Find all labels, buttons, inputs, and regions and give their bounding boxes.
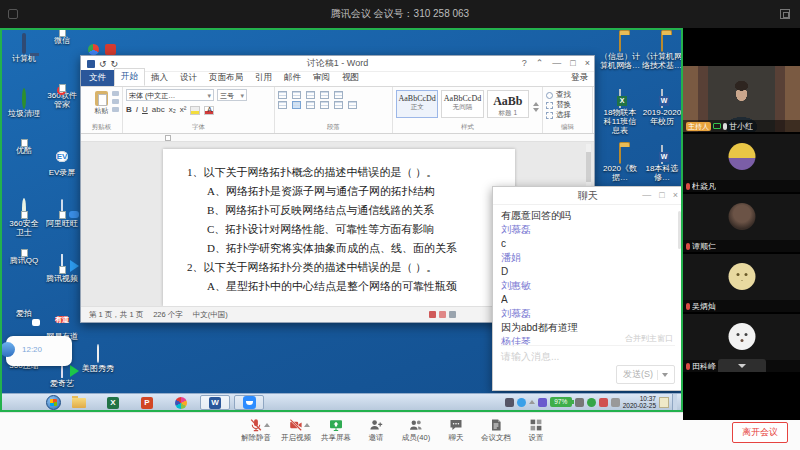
tab-review[interactable]: 审阅 bbox=[307, 70, 336, 86]
maximize-icon[interactable]: □ bbox=[570, 58, 575, 68]
qq-tray-icon[interactable] bbox=[517, 398, 526, 407]
subscript-button[interactable]: x₂ bbox=[169, 105, 176, 115]
chat-minimize-icon[interactable]: — bbox=[642, 190, 651, 200]
settings-button[interactable]: 设置 bbox=[518, 418, 554, 443]
taskbar-powerpoint[interactable]: P bbox=[132, 395, 162, 410]
tab-layout[interactable]: 页面布局 bbox=[203, 70, 249, 86]
close-icon[interactable]: × bbox=[585, 58, 590, 68]
sort-icon[interactable] bbox=[334, 91, 343, 99]
desktop-icon-youku[interactable]: 优酷 bbox=[6, 145, 42, 155]
chat-close-icon[interactable]: × bbox=[673, 190, 678, 200]
chat-button[interactable]: 聊天 bbox=[438, 418, 474, 443]
desktop-icon-wechat[interactable]: 微信 bbox=[44, 35, 80, 45]
align-center-icon[interactable] bbox=[292, 101, 301, 109]
desktop-folder-network-tech[interactable]: 《计算机网络技术基… bbox=[642, 34, 682, 70]
collapse-panel-button[interactable] bbox=[718, 359, 766, 372]
tab-selector[interactable] bbox=[165, 135, 171, 141]
indent-icon[interactable] bbox=[320, 91, 329, 99]
style-heading1[interactable]: AaBb 标题 1 bbox=[487, 90, 529, 118]
participant-tile[interactable]: 吴炳灿 bbox=[683, 254, 800, 312]
desktop-icon-ev[interactable]: EV EV录屏 bbox=[44, 145, 80, 177]
word-count[interactable]: 226 个字 bbox=[153, 310, 183, 320]
unmute-button[interactable]: 解除静音 bbox=[238, 418, 274, 443]
desktop-file-elective[interactable]: W 18本科选修… bbox=[642, 146, 682, 182]
taskbar-word[interactable]: W bbox=[200, 395, 230, 410]
copy-icon[interactable] bbox=[112, 99, 119, 104]
chrome-icon[interactable] bbox=[88, 44, 99, 55]
status-icon-red[interactable] bbox=[429, 311, 436, 318]
desktop-icon-meitu[interactable]: 美图秀秀 bbox=[80, 345, 116, 373]
desktop-folder-info-network[interactable]: （信息）计算机网络… bbox=[600, 34, 640, 70]
taskbar-clock[interactable]: 10:37 2020-02-25 bbox=[623, 395, 656, 410]
multilevel-list-icon[interactable] bbox=[306, 91, 315, 99]
battery-indicator[interactable]: 97% bbox=[550, 397, 572, 407]
cut-icon[interactable] bbox=[112, 91, 119, 96]
network-icon[interactable] bbox=[611, 398, 620, 407]
tab-insert[interactable]: 插入 bbox=[145, 70, 174, 86]
align-left-icon[interactable] bbox=[278, 101, 287, 109]
chat-input[interactable]: 请输入消息... bbox=[501, 345, 675, 364]
strikethrough-button[interactable]: abc bbox=[152, 105, 165, 115]
superscript-button[interactable]: x² bbox=[180, 105, 187, 115]
paste-button[interactable] bbox=[95, 91, 108, 106]
chat-maximize-icon[interactable]: □ bbox=[659, 190, 664, 200]
desktop-icon-aipai[interactable]: 爱拍 bbox=[6, 308, 42, 318]
document-page[interactable]: 1、以下关于网络拓扑概念的描述中错误的是（ ）。 A、网络拓扑是资源子网与通信子… bbox=[163, 149, 515, 306]
start-video-button[interactable]: 开启视频 bbox=[278, 418, 314, 443]
desktop-icon-360safe[interactable]: 360安全卫士 bbox=[6, 200, 42, 237]
desktop-icon-tencent-video[interactable]: 腾讯视频 bbox=[44, 255, 80, 283]
taskbar-excel[interactable]: X bbox=[98, 395, 128, 410]
participant-tile[interactable]: 杜焱凡 bbox=[683, 134, 800, 192]
app-tray-icon[interactable] bbox=[538, 398, 547, 407]
desktop-file-calendar[interactable]: W 2019-2020年校历 bbox=[642, 90, 682, 126]
tab-view[interactable]: 视图 bbox=[336, 70, 365, 86]
sign-in-link[interactable]: 登录 bbox=[571, 72, 588, 84]
participant-tile[interactable]: 谭顺仁 bbox=[683, 194, 800, 252]
desktop-folder-2020-data[interactable]: 2020《数据… bbox=[600, 146, 640, 182]
tab-home[interactable]: 开始 bbox=[114, 68, 145, 86]
tab-file[interactable]: 文件 bbox=[81, 70, 114, 86]
line-spacing-icon[interactable] bbox=[334, 101, 343, 109]
show-desktop-button[interactable] bbox=[672, 394, 677, 411]
video-options-icon[interactable] bbox=[304, 423, 310, 427]
status-icon-pink[interactable] bbox=[439, 311, 446, 318]
desktop-icon-wangwang[interactable]: 阿里旺旺 bbox=[44, 200, 80, 228]
floating-assistant-icon[interactable] bbox=[0, 342, 15, 357]
ribbon-options-icon[interactable]: ⌃ bbox=[536, 58, 544, 68]
desktop-icon-clean[interactable]: 垃圾清理 bbox=[6, 90, 42, 118]
meeting-info-icon[interactable] bbox=[8, 9, 18, 19]
page-count[interactable]: 第 1 页，共 1 页 bbox=[89, 310, 143, 320]
styles-scrollbar[interactable] bbox=[533, 90, 539, 123]
language-tray-icon[interactable] bbox=[505, 398, 514, 407]
taskbar-tencent-meeting[interactable] bbox=[234, 395, 264, 410]
justify-icon[interactable] bbox=[320, 101, 329, 109]
invite-button[interactable]: 邀请 bbox=[358, 418, 394, 443]
help-icon[interactable]: ? bbox=[522, 58, 527, 68]
participant-video-host[interactable]: 主持人 甘小红 bbox=[683, 66, 800, 132]
style-no-spacing[interactable]: AaBbCcDd 无间隔 bbox=[441, 90, 483, 118]
share-screen-button[interactable]: 共享屏幕 bbox=[318, 418, 354, 443]
sticky-notes-icon[interactable] bbox=[659, 397, 669, 408]
italic-button[interactable]: I bbox=[136, 105, 138, 115]
send-button[interactable]: 发送(S) bbox=[616, 365, 675, 384]
highlight-color-button[interactable] bbox=[190, 106, 200, 115]
style-normal[interactable]: AaBbCcDd 正文 bbox=[396, 90, 438, 118]
desktop-file-class-roster[interactable]: X 18物联本科11班信息表 bbox=[600, 90, 640, 135]
fullscreen-icon[interactable] bbox=[780, 9, 790, 19]
tray-expand-icon[interactable] bbox=[529, 400, 535, 404]
language-indicator[interactable]: 中文(中国) bbox=[193, 310, 228, 320]
borders-icon[interactable] bbox=[348, 101, 357, 109]
red-app-icon[interactable] bbox=[105, 44, 116, 55]
taskbar-media-viewer[interactable] bbox=[166, 395, 196, 410]
notification-popup[interactable]: 12:20 bbox=[6, 336, 72, 366]
mic-options-icon[interactable] bbox=[264, 423, 270, 427]
volume-icon[interactable] bbox=[575, 398, 584, 407]
participant-tile[interactable]: 田科峰 bbox=[683, 314, 800, 372]
font-name-select[interactable]: 宋体 (中文正…▾ bbox=[126, 89, 214, 101]
font-color-button[interactable]: A bbox=[204, 106, 214, 115]
find-button[interactable]: 查找 bbox=[546, 90, 589, 100]
360-tray-icon[interactable] bbox=[587, 398, 596, 407]
meeting-docs-button[interactable]: 会议文档 bbox=[478, 418, 514, 443]
tab-design[interactable]: 设计 bbox=[174, 70, 203, 86]
select-button[interactable]: 选择 bbox=[546, 110, 589, 120]
